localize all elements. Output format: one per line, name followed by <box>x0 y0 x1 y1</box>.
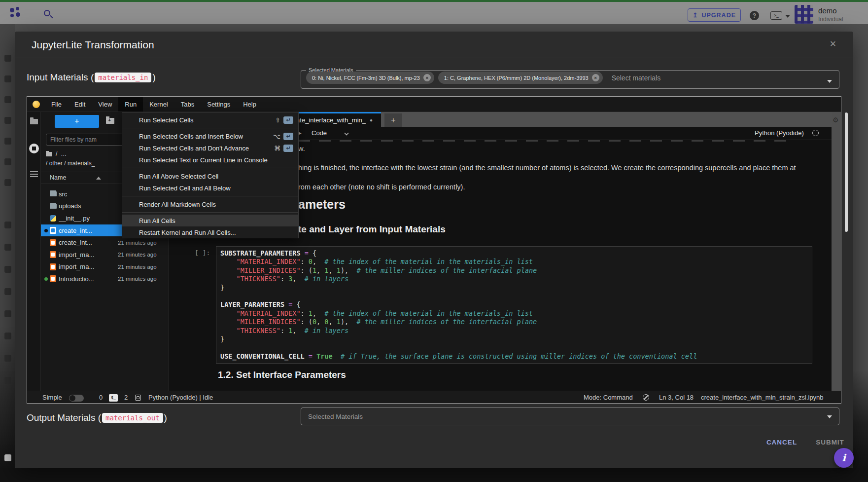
terminal-dropdown-caret-icon[interactable] <box>785 15 790 18</box>
jl-statusbar: Simple 0 $_ 2 Python (Pyodide) | Idle Mo… <box>27 391 841 404</box>
notification-icon[interactable] <box>643 394 649 401</box>
cell-type-select[interactable]: Code <box>312 129 327 137</box>
background-left-sidebar <box>0 24 15 468</box>
notebook-tab-title: create_interface_with_min_ <box>287 116 366 124</box>
file-row[interactable]: Introductio...21 minutes ago <box>41 273 169 285</box>
markdown-paragraph: hing is finished, the interface with the… <box>298 164 816 172</box>
background-icon <box>4 333 11 339</box>
breadcrumb[interactable]: / … <box>46 150 67 157</box>
jupyterlite-logo-icon[interactable] <box>33 101 40 108</box>
new-folder-icon[interactable] <box>106 118 114 124</box>
menubar-item-settings[interactable]: Settings <box>201 97 237 111</box>
markdown-fragment: w. <box>298 145 305 152</box>
file-name: create_int... <box>59 239 92 246</box>
gear-icon[interactable]: ⚙ <box>833 116 839 124</box>
dialog-scrollbar[interactable] <box>845 112 848 232</box>
menubar-item-tabs[interactable]: Tabs <box>174 97 201 111</box>
run-menu-item[interactable]: Run Selected Cells and Don't Advance⌘↵ <box>122 142 298 154</box>
command-mode-indicator[interactable]: Mode: Command <box>584 394 633 402</box>
app-topbar: ↥ UPGRADE ? >_ demo Individual <box>0 2 868 24</box>
output-materials-label-close: ) <box>164 412 167 423</box>
material-chip[interactable]: 1: C, Graphene, HEX (P6/mmm) 2D (Monolay… <box>438 72 603 84</box>
cursor-position[interactable]: Ln 3, Col 18 <box>659 394 694 402</box>
enter-key-icon: ↵ <box>283 145 293 152</box>
run-menu-item[interactable]: Run Selected Text or Current Line in Con… <box>122 154 298 166</box>
background-right-strip <box>853 24 868 468</box>
run-menu-item[interactable]: Run All Cells <box>122 215 298 226</box>
background-icon <box>4 158 11 165</box>
unsaved-changes-icon: ● <box>370 117 373 123</box>
info-button[interactable]: i <box>834 448 854 468</box>
background-icon <box>4 222 11 228</box>
run-menu-item[interactable]: Run Selected Cell and All Below <box>122 182 298 194</box>
kernel-name[interactable]: Python (Pyodide) <box>755 129 804 137</box>
folder-icon <box>50 204 59 209</box>
kernel-status-icon[interactable] <box>812 130 819 136</box>
notebook-icon <box>50 263 59 270</box>
run-menu-item[interactable]: Run Selected Cells⇧↵ <box>122 114 298 126</box>
menubar-item-run[interactable]: Run <box>118 97 143 111</box>
search-icon[interactable] <box>44 10 50 16</box>
background-icon <box>4 117 11 124</box>
close-icon[interactable]: × <box>826 37 840 51</box>
menubar-item-kernel[interactable]: Kernel <box>143 97 174 111</box>
menubar-item-help[interactable]: Help <box>237 97 263 111</box>
materials-out-code: materials_out <box>102 413 163 423</box>
breadcrumb-ellipsis[interactable]: … <box>61 150 67 157</box>
menu-separator <box>122 168 298 168</box>
menu-item-label: Run Selected Cells and Insert Below <box>139 133 243 140</box>
markdown-heading-fragment: te and Layer from Input Materials <box>298 224 446 235</box>
file-row[interactable]: import_ma...21 minutes ago <box>41 249 169 261</box>
terminals-count[interactable]: 0 <box>99 394 103 402</box>
name-column-header[interactable]: Name <box>50 174 66 181</box>
user-avatar[interactable] <box>795 5 813 24</box>
menubar-item-file[interactable]: File <box>45 97 68 111</box>
run-menu-item[interactable]: Run All Above Selected Cell <box>122 170 298 182</box>
file-browser-tab-icon[interactable] <box>30 119 38 124</box>
selected-materials-input[interactable]: Selected Materials 0: Ni, Nickel, FCC (F… <box>301 67 839 89</box>
jl-menubar-items: FileEditViewRunKernelTabsSettingsHelp <box>45 97 263 111</box>
file-row[interactable]: create_int...21 minutes ago <box>41 236 169 249</box>
help-icon[interactable]: ? <box>750 11 759 20</box>
terminal-icon[interactable]: >_ <box>770 11 782 20</box>
table-of-contents-tab-icon[interactable] <box>30 171 38 177</box>
folder-icon <box>50 191 59 196</box>
user-name: demo <box>818 6 837 15</box>
menu-item-label: Run Selected Cells and Don't Advance <box>139 145 249 152</box>
file-name: create_int... <box>59 227 92 234</box>
upgrade-button[interactable]: ↥ UPGRADE <box>688 8 741 22</box>
chevron-down-icon[interactable] <box>827 80 832 83</box>
background-icon <box>4 310 11 317</box>
output-materials-select[interactable]: Selected Materials <box>301 408 839 425</box>
dot-placeholder <box>43 252 49 258</box>
chip-remove-icon[interactable]: × <box>592 74 599 81</box>
run-menu-item[interactable]: Render All Markdown Cells <box>122 198 298 210</box>
menubar-item-edit[interactable]: Edit <box>68 97 92 111</box>
file-modified: 21 minutes ago <box>118 240 157 246</box>
materials-in-code: materials_in <box>95 73 151 82</box>
new-launcher-button[interactable]: + <box>55 115 99 128</box>
input-materials-label-close: ) <box>152 72 155 83</box>
file-row[interactable]: import_ma...21 minutes ago <box>41 261 169 273</box>
kernel-status-text[interactable]: Python (Pyodide) | Idle <box>148 394 213 402</box>
running-kernels-tab-icon[interactable] <box>29 144 39 153</box>
code-editor[interactable]: SUBSTRATE_PARAMETERS = { "MATERIAL_INDEX… <box>216 246 812 364</box>
simple-mode-toggle[interactable] <box>69 395 84 402</box>
material-chip[interactable]: 0: Ni, Nickel, FCC (Fm-3m) 3D (Bulk), mp… <box>306 72 434 84</box>
folder-icon[interactable] <box>46 152 52 156</box>
menubar-item-view[interactable]: View <box>92 97 118 111</box>
file-name: uploads <box>59 202 81 210</box>
breadcrumb-root[interactable]: / <box>56 150 57 157</box>
run-menu-item[interactable]: Restart Kernel and Run All Cells... <box>122 226 298 238</box>
chevron-down-icon[interactable] <box>827 415 832 418</box>
cancel-button[interactable]: CANCEL <box>759 435 804 450</box>
kernels-count[interactable]: 2 <box>124 394 128 402</box>
chip-remove-icon[interactable]: × <box>423 74 431 81</box>
new-tab-button[interactable]: + <box>384 113 402 127</box>
app-logo-icon[interactable] <box>10 7 21 19</box>
cell-type-caret-icon[interactable] <box>344 131 348 135</box>
file-name: __init__.py <box>59 215 90 222</box>
run-menu-item[interactable]: Run Selected Cells and Insert Below⌥↵ <box>122 130 298 142</box>
background-icon <box>4 355 11 362</box>
kernel-chip-icon <box>135 395 141 401</box>
